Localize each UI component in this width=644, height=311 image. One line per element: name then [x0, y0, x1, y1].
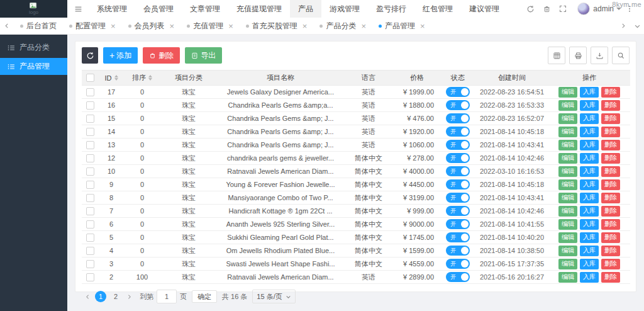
- nav-item[interactable]: 盈亏排行: [368, 0, 414, 18]
- tab[interactable]: 产品管理 ×: [372, 18, 431, 34]
- nav-item[interactable]: 红包管理: [414, 0, 461, 18]
- export-data-button[interactable]: [591, 47, 608, 64]
- add-button[interactable]: + 添加: [103, 47, 138, 64]
- row-checkbox[interactable]: [86, 207, 94, 215]
- confirm-button[interactable]: 确定: [192, 290, 217, 303]
- jump-page-input[interactable]: [157, 290, 177, 303]
- print-button[interactable]: [569, 47, 587, 64]
- status-toggle[interactable]: 开: [446, 272, 470, 282]
- avatar[interactable]: [577, 3, 590, 15]
- stock-in-button[interactable]: 入库: [580, 100, 599, 111]
- edit-button[interactable]: 编辑: [558, 100, 577, 111]
- stock-in-button[interactable]: 入库: [580, 113, 599, 124]
- edit-button[interactable]: 编辑: [558, 179, 577, 190]
- row-checkbox[interactable]: [86, 167, 94, 176]
- tab-close-icon[interactable]: ×: [361, 22, 366, 30]
- edit-button[interactable]: 编辑: [558, 127, 577, 137]
- row-delete-button[interactable]: 删除: [601, 219, 620, 230]
- col-header-id[interactable]: ID: [105, 74, 112, 82]
- row-checkbox[interactable]: [86, 115, 94, 123]
- edit-button[interactable]: 编辑: [558, 232, 577, 243]
- stock-in-button[interactable]: 入库: [580, 153, 599, 164]
- edit-button[interactable]: 编辑: [558, 193, 577, 203]
- row-delete-button[interactable]: 删除: [601, 232, 620, 243]
- edit-button[interactable]: 编辑: [558, 219, 577, 230]
- stock-in-button[interactable]: 入库: [580, 140, 599, 150]
- prev-page-icon[interactable]: [82, 291, 93, 302]
- row-delete-button[interactable]: 删除: [601, 113, 620, 124]
- edit-button[interactable]: 编辑: [558, 272, 577, 283]
- row-checkbox[interactable]: [86, 101, 94, 110]
- row-delete-button[interactable]: 删除: [601, 206, 620, 217]
- sort-icon[interactable]: [148, 75, 152, 81]
- row-delete-button[interactable]: 删除: [601, 246, 620, 256]
- sidebar-item[interactable]: 产品管理: [0, 58, 67, 75]
- tab[interactable]: 首充买股管理 ×: [240, 18, 314, 34]
- select-all-checkbox[interactable]: [86, 74, 94, 82]
- nav-item[interactable]: 建议管理: [461, 0, 508, 18]
- stock-in-button[interactable]: 入库: [580, 259, 599, 269]
- tabs-scroll-left-icon[interactable]: [0, 18, 14, 34]
- tabs-scroll-right-icon[interactable]: [616, 23, 630, 29]
- row-checkbox[interactable]: [86, 247, 94, 255]
- tab-close-icon[interactable]: ×: [170, 22, 175, 30]
- status-toggle[interactable]: 开: [446, 193, 470, 203]
- tab-close-icon[interactable]: ×: [303, 22, 308, 30]
- filter-columns-button[interactable]: [548, 47, 565, 64]
- row-delete-button[interactable]: 删除: [601, 87, 620, 98]
- row-checkbox[interactable]: [86, 260, 94, 268]
- stock-in-button[interactable]: 入库: [580, 193, 599, 203]
- stock-in-button[interactable]: 入库: [580, 272, 599, 283]
- tab-close-icon[interactable]: ×: [420, 22, 425, 30]
- status-toggle[interactable]: 开: [446, 153, 470, 163]
- tab[interactable]: 后台首页: [14, 18, 63, 34]
- page-button[interactable]: 1: [95, 291, 106, 302]
- row-checkbox[interactable]: [86, 154, 94, 162]
- stock-in-button[interactable]: 入库: [580, 166, 599, 177]
- logo[interactable]: logo: [0, 0, 67, 18]
- edit-button[interactable]: 编辑: [558, 153, 577, 164]
- row-checkbox[interactable]: [86, 194, 94, 202]
- col-header-sort[interactable]: 排序: [132, 73, 146, 82]
- tabs-menu-icon[interactable]: [630, 23, 644, 30]
- menu-collapse-icon[interactable]: [67, 0, 89, 18]
- edit-button[interactable]: 编辑: [558, 140, 577, 150]
- row-delete-button[interactable]: 删除: [601, 140, 620, 150]
- nav-item[interactable]: 会员管理: [135, 0, 182, 18]
- stock-in-button[interactable]: 入库: [580, 206, 599, 217]
- refresh-button[interactable]: [82, 47, 98, 64]
- stock-in-button[interactable]: 入库: [580, 219, 599, 230]
- sidebar-item[interactable]: 产品分类: [0, 39, 67, 56]
- status-toggle[interactable]: 开: [446, 166, 470, 176]
- tab[interactable]: 配置管理 ×: [63, 18, 122, 34]
- status-toggle[interactable]: 开: [446, 179, 470, 189]
- row-delete-button[interactable]: 删除: [601, 259, 620, 269]
- next-page-icon[interactable]: [123, 291, 135, 302]
- clear-cache-icon[interactable]: [538, 0, 555, 18]
- edit-button[interactable]: 编辑: [558, 113, 577, 124]
- edit-button[interactable]: 编辑: [558, 259, 577, 269]
- delete-button[interactable]: 删除: [143, 47, 180, 64]
- row-checkbox[interactable]: [86, 88, 94, 96]
- row-delete-button[interactable]: 删除: [601, 272, 620, 283]
- row-checkbox[interactable]: [86, 220, 94, 229]
- status-toggle[interactable]: 开: [446, 140, 470, 150]
- stock-in-button[interactable]: 入库: [580, 232, 599, 243]
- status-toggle[interactable]: 开: [446, 259, 470, 269]
- row-checkbox[interactable]: [86, 273, 94, 281]
- edit-button[interactable]: 编辑: [558, 166, 577, 177]
- tab[interactable]: 充值管理 ×: [180, 18, 240, 34]
- status-toggle[interactable]: 开: [446, 127, 470, 137]
- tab[interactable]: 产品分类 ×: [313, 18, 372, 34]
- stock-in-button[interactable]: 入库: [580, 246, 599, 256]
- tab-close-icon[interactable]: ×: [111, 22, 116, 30]
- stock-in-button[interactable]: 入库: [580, 179, 599, 190]
- row-delete-button[interactable]: 删除: [601, 179, 620, 190]
- refresh-icon[interactable]: [522, 0, 538, 18]
- row-delete-button[interactable]: 删除: [601, 153, 620, 164]
- status-toggle[interactable]: 开: [446, 246, 470, 256]
- status-toggle[interactable]: 开: [446, 219, 470, 229]
- edit-button[interactable]: 编辑: [558, 246, 577, 256]
- status-toggle[interactable]: 开: [446, 206, 470, 216]
- tab-close-icon[interactable]: ×: [228, 22, 233, 30]
